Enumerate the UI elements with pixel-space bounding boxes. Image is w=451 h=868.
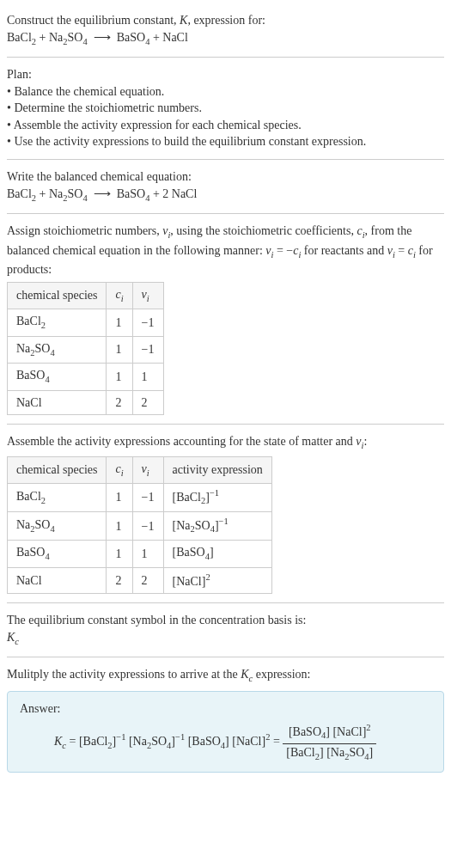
table-header: activity expression — [163, 456, 271, 483]
answer-expression: Kc = [BaCl2]−1 [Na2SO4]−1 [BaSO4] [NaCl]… — [20, 717, 431, 763]
table-cell: −1 — [132, 336, 163, 363]
plan-item: • Assemble the activity expression for e… — [7, 117, 444, 134]
activity-heading: Assemble the activity expressions accoun… — [7, 433, 444, 452]
divider — [7, 159, 444, 160]
table-cell: 1 — [107, 336, 132, 363]
fraction-numerator: [BaSO4] [NaCl]2 — [283, 722, 376, 743]
table-header: νi — [132, 456, 163, 483]
divider — [7, 602, 444, 603]
table-cell: NaCl — [8, 567, 107, 593]
table-row: BaSO4 1 1 — [8, 364, 164, 390]
table-header: ci — [107, 456, 132, 483]
table-cell: BaSO4 — [8, 364, 107, 390]
table-cell: −1 — [132, 309, 163, 336]
divider — [7, 424, 444, 425]
table-header-row: chemical species ci νi activity expressi… — [8, 456, 272, 483]
table-row: Na2SO4 1 −1 — [8, 336, 164, 363]
table-cell: 2 — [107, 567, 132, 593]
table-row: BaCl2 1 −1 [BaCl2]−1 — [8, 484, 272, 512]
plan-section: Plan: • Balance the chemical equation. •… — [7, 61, 444, 156]
activity-section: Assemble the activity expressions accoun… — [7, 428, 444, 599]
plan-item: • Determine the stoichiometric numbers. — [7, 100, 444, 117]
plan-heading: Plan: — [7, 66, 444, 83]
table-header: chemical species — [8, 282, 107, 309]
table-cell: NaCl — [8, 390, 107, 415]
table-cell: BaCl2 — [8, 309, 107, 336]
balanced-equation: BaCl2 + Na2SO4 ⟶ BaSO4 + 2 NaCl — [7, 186, 444, 205]
table-cell: 1 — [107, 364, 132, 390]
table-cell: 1 — [132, 364, 163, 390]
answer-box: Answer: Kc = [BaCl2]−1 [Na2SO4]−1 [BaSO4… — [7, 691, 444, 773]
table-cell: 2 — [132, 390, 163, 415]
table-cell: 1 — [107, 484, 132, 512]
table-cell: [BaCl2]−1 — [163, 484, 271, 512]
symbol-section: The equilibrium constant symbol in the c… — [7, 607, 444, 653]
stoich-heading: Assign stoichiometric numbers, νi, using… — [7, 223, 444, 278]
table-cell: BaSO4 — [8, 541, 107, 567]
table-row: BaSO4 1 1 [BaSO4] — [8, 541, 272, 567]
table-header: νi — [132, 282, 163, 309]
table-row: Na2SO4 1 −1 [Na2SO4]−1 — [8, 512, 272, 541]
final-section: Mulitply the activity expressions to arr… — [7, 661, 444, 778]
fraction-denominator: [BaCl2] [Na2SO4] — [283, 744, 376, 763]
balanced-heading: Write the balanced chemical equation: — [7, 168, 444, 186]
table-cell: BaCl2 — [8, 484, 107, 512]
table-cell: −1 — [132, 484, 163, 512]
balanced-section: Write the balanced chemical equation: Ba… — [7, 163, 444, 210]
divider — [7, 213, 444, 214]
table-cell: −1 — [132, 512, 163, 541]
table-cell: 1 — [107, 541, 132, 567]
title-section: Construct the equilibrium constant, K, e… — [7, 7, 444, 53]
symbol-value: Kc — [7, 629, 444, 648]
table-cell: Na2SO4 — [8, 336, 107, 363]
stoich-section: Assign stoichiometric numbers, νi, using… — [7, 217, 444, 420]
table-row: BaCl2 1 −1 — [8, 309, 164, 336]
title-equation: BaCl2 + Na2SO4 ⟶ BaSO4 + NaCl — [7, 29, 444, 48]
answer-label: Answer: — [20, 700, 431, 718]
plan-item: • Balance the chemical equation. — [7, 83, 444, 101]
divider — [7, 657, 444, 657]
table-cell: [NaCl]2 — [163, 567, 271, 593]
table-cell: [BaSO4] — [163, 541, 271, 567]
table-header: ci — [107, 282, 132, 309]
table-cell: Na2SO4 — [8, 512, 107, 541]
table-header-row: chemical species ci νi — [8, 282, 164, 309]
table-cell: 2 — [107, 390, 132, 415]
symbol-heading: The equilibrium constant symbol in the c… — [7, 612, 444, 629]
table-cell: [Na2SO4]−1 — [163, 512, 271, 541]
stoich-table: chemical species ci νi BaCl2 1 −1 Na2SO4… — [7, 282, 164, 416]
table-row: NaCl 2 2 — [8, 390, 164, 415]
plan-item: • Use the activity expressions to build … — [7, 133, 444, 150]
table-row: NaCl 2 2 [NaCl]2 — [8, 567, 272, 593]
table-cell: 1 — [107, 309, 132, 336]
table-cell: 1 — [107, 512, 132, 541]
expression-fraction: [BaSO4] [NaCl]2[BaCl2] [Na2SO4] — [283, 722, 376, 763]
table-cell: 2 — [132, 567, 163, 593]
final-heading: Mulitply the activity expressions to arr… — [7, 666, 444, 685]
table-header: chemical species — [8, 456, 107, 483]
divider — [7, 57, 444, 58]
expression-lhs: Kc = [BaCl2]−1 [Na2SO4]−1 [BaSO4] [NaCl]… — [54, 735, 283, 748]
title-line1: Construct the equilibrium constant, K, e… — [7, 12, 444, 29]
table-cell: 1 — [132, 541, 163, 567]
activity-table: chemical species ci νi activity expressi… — [7, 456, 272, 595]
